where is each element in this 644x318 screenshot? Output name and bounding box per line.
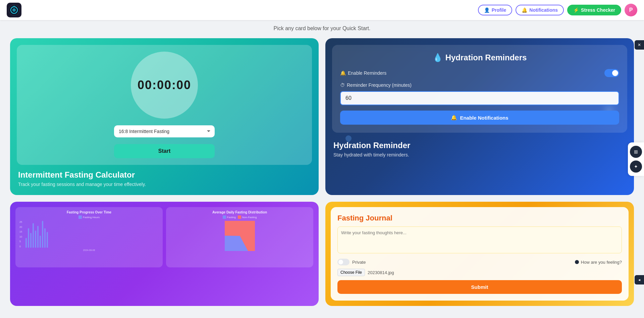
timer-area: 00:00:00 16:8 Intermittent Fasting 18:6 …: [17, 45, 312, 165]
submit-button[interactable]: Submit: [337, 280, 622, 294]
side-panel-close-icon[interactable]: ✕: [635, 40, 644, 50]
activity-icon: ⚡: [573, 7, 579, 13]
nonfasting-legend: Non-Fasting: [238, 215, 257, 219]
file-row: Choose File 20230814.jpg: [337, 269, 622, 276]
timer-display: 00:00:00: [138, 78, 191, 92]
charts-area: Fasting Progress Over Time Fasting Hours…: [15, 207, 313, 267]
hydration-card: 💧 Hydration Reminders 🔔 Enable Reminders…: [325, 38, 634, 195]
enable-reminders-toggle[interactable]: [604, 69, 619, 77]
bar-item: [44, 228, 46, 248]
avatar-button[interactable]: P: [625, 4, 637, 16]
notifications-button[interactable]: 🔔 Notifications: [516, 5, 564, 15]
fasting-hours-legend: Fasting Hours: [78, 215, 100, 219]
svg-point-2: [12, 8, 16, 12]
fasting-legend-dot: [223, 215, 226, 219]
hydration-card-description: Stay hydrated with timely reminders.: [333, 152, 626, 157]
side-small-btn[interactable]: ◂: [635, 275, 644, 284]
hydration-modal-title: 💧 Hydration Reminders: [340, 53, 619, 62]
private-toggle[interactable]: [337, 259, 350, 265]
profile-label: Profile: [492, 7, 506, 13]
app-logo: [7, 3, 21, 17]
feeling-row: How are you feeling?: [575, 260, 622, 265]
subtitle-text: Pick any card below for your Quick Start…: [10, 25, 634, 31]
fasting-hours-dot: [78, 215, 82, 219]
journal-textarea[interactable]: [337, 227, 622, 253]
stress-checker-button[interactable]: ⚡ Stress Checker: [567, 5, 621, 15]
bar-chart: [24, 221, 49, 248]
pie-chart-container: [169, 221, 310, 251]
feeling-dot: [575, 260, 579, 264]
private-toggle-row: Private: [337, 259, 366, 265]
side-panel: ⊞ ✦: [628, 142, 644, 176]
bar-item: [35, 231, 36, 248]
file-name: 20230814.jpg: [368, 270, 394, 275]
main-content: Pick any card below for your Quick Start…: [0, 20, 644, 316]
bell-icon: 🔔: [522, 7, 527, 13]
hourglass-icon: ⏱: [340, 82, 345, 88]
fasting-card-description: Track your fasting sessions and manage y…: [18, 182, 311, 187]
journal-modal: Fasting Journal Private How are you feel…: [331, 207, 629, 301]
timer-circle: 00:00:00: [131, 52, 198, 119]
chart-date: 2024-08-06: [19, 249, 159, 251]
notifications-label: Notifications: [529, 7, 558, 13]
svg-point-4: [226, 222, 253, 249]
enable-notifications-button[interactable]: 🔔 Enable Notifications: [340, 111, 619, 125]
bar-item: [37, 226, 39, 248]
bell-small-icon: 🔔: [340, 70, 346, 76]
person-icon: 👤: [484, 7, 490, 13]
frequency-label: ⏱ Reminder Frequency (minutes): [340, 82, 619, 88]
pie-chart-title: Average Daily Fasting Distribution: [169, 210, 310, 214]
enable-reminders-row: 🔔 Enable Reminders: [340, 69, 619, 77]
bar-item: [28, 228, 29, 248]
nonfasting-legend-dot: [238, 215, 241, 219]
journal-controls-row: Private How are you feeling?: [337, 259, 622, 265]
bar-item: [42, 221, 43, 248]
private-label: Private: [352, 260, 366, 265]
bar-item: [47, 232, 48, 248]
bar-chart-title: Fasting Progress Over Time: [19, 210, 159, 214]
bar-chart-box: Fasting Progress Over Time Fasting Hours…: [15, 207, 163, 267]
header-actions: 👤 Profile 🔔 Notifications ⚡ Stress Check…: [478, 4, 637, 16]
profile-button[interactable]: 👤 Profile: [478, 5, 513, 15]
choose-file-button[interactable]: Choose File: [337, 269, 365, 276]
side-grid-icon[interactable]: ⊞: [630, 146, 642, 158]
feeling-label: How are you feeling?: [581, 260, 622, 265]
hydration-card-footer: Hydration Reminder Stay hydrated with ti…: [332, 138, 627, 159]
pie-chart-box: Average Daily Fasting Distribution Fasti…: [166, 207, 313, 267]
bell-btn-icon: 🔔: [451, 115, 457, 121]
cards-grid: 00:00:00 16:8 Intermittent Fasting 18:6 …: [10, 38, 634, 306]
side-sparkle-icon[interactable]: ✦: [630, 161, 642, 173]
progress-card: Fasting Progress Over Time Fasting Hours…: [10, 202, 319, 306]
hydration-modal: 💧 Hydration Reminders 🔔 Enable Reminders…: [332, 45, 627, 133]
bar-item: [40, 236, 41, 248]
fasting-legend: Fasting: [223, 215, 236, 219]
pie-chart-legend: Fasting Non-Fasting: [169, 215, 310, 219]
fasting-card: 00:00:00 16:8 Intermittent Fasting 18:6 …: [10, 38, 319, 195]
bar-item: [25, 238, 27, 248]
enable-reminders-label: 🔔 Enable Reminders: [340, 70, 386, 76]
header: 👤 Profile 🔔 Notifications ⚡ Stress Check…: [0, 0, 644, 20]
journal-title: Fasting Journal: [337, 214, 622, 222]
y-axis: 25 20 15 10 5 0: [19, 221, 23, 248]
avatar-initial: P: [629, 7, 633, 13]
stress-checker-label: Stress Checker: [581, 7, 615, 13]
hydration-card-title: Hydration Reminder: [333, 141, 626, 150]
fasting-card-title: Intermittent Fasting Calculator: [18, 170, 311, 180]
frequency-input[interactable]: [340, 91, 619, 105]
bar-chart-legend: Fasting Hours: [19, 215, 159, 219]
pie-chart-svg: [225, 221, 255, 251]
fasting-type-select[interactable]: 16:8 Intermittent Fasting 18:6 Intermitt…: [114, 125, 215, 137]
bar-item: [33, 223, 34, 248]
bar-item: [30, 233, 32, 248]
fasting-card-footer: Intermittent Fasting Calculator Track yo…: [17, 165, 312, 188]
start-button[interactable]: Start: [114, 144, 215, 158]
journal-card: Fasting Journal Private How are you feel…: [325, 202, 634, 306]
drop-icon: 💧: [433, 53, 443, 62]
